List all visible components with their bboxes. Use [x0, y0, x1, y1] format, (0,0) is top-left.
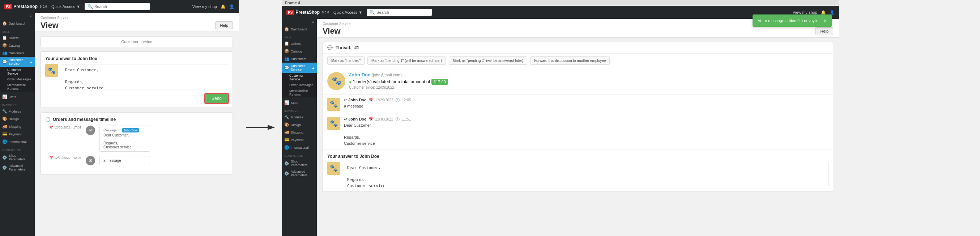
- sidebar-orders-f1[interactable]: 📋 Orders: [0, 34, 35, 41]
- mark-pending2-btn[interactable]: Mark as "pending 2" (will be answered la…: [449, 56, 527, 65]
- sidebar-payment-f2[interactable]: 💳 Payment: [282, 136, 317, 144]
- sidebar-international-f2[interactable]: 🌐 International: [282, 144, 317, 151]
- prestashop-icon: PS: [4, 4, 12, 10]
- sidebar-sub-cs-f2[interactable]: Customer Service: [282, 73, 317, 82]
- sidebar-customer-service-f2[interactable]: 💬 Customer Service ▲: [282, 63, 317, 73]
- sidebar-customers-f1[interactable]: 👥 Customers: [0, 49, 35, 57]
- action-buttons-row: Mark as "handled" Mark as "pending 1" (w…: [323, 54, 833, 68]
- answer-textarea-f2[interactable]: Dear Customer, Regards, Customer service: [344, 162, 829, 187]
- sidebar-catalog-f2[interactable]: 📦 Catalog: [282, 48, 317, 55]
- sidebar-customers-f2[interactable]: 👥 Customers: [282, 55, 317, 63]
- msg-avatar-1: 🐾: [327, 98, 340, 111]
- sidebar-orders-f2[interactable]: 📋 Orders: [282, 40, 317, 48]
- sidebar-sub-order-messages-f1[interactable]: Order Messages: [0, 77, 35, 82]
- mark-pending1-btn[interactable]: Mark as "pending 1" (will be answered la…: [368, 56, 446, 65]
- answer-avatar-f1: 🐾: [45, 64, 58, 77]
- sidebar-payment-f1[interactable]: 💳 Payment: [0, 130, 35, 138]
- improve-section-f1: IMPROVE 🔧 Modules 🎨 Design 🚚 Shipping: [0, 100, 35, 145]
- topbar-brand: PrestaShop: [13, 4, 38, 9]
- quick-access-btn-f2[interactable]: Quick Access ▼: [333, 10, 362, 14]
- msg-time-2: 11:51: [402, 117, 411, 121]
- sidebar-modules-f2[interactable]: 🔧 Modules: [282, 113, 317, 121]
- frame2: Frame 4 PS PrestaShop 8.0.0 Quick Access…: [282, 0, 839, 236]
- sidebar-toggle-f1[interactable]: «: [0, 13, 35, 19]
- order-info: ● 1 order(s) validated for a total amoun…: [349, 79, 829, 85]
- sidebar-sub-merchandise-f1[interactable]: Merchandise Returns: [0, 82, 35, 92]
- timeline-msg-text-1: Dear Customer,Regards,Customer service: [103, 133, 146, 149]
- sidebar-stats-f1[interactable]: 📊 Stats: [0, 93, 35, 100]
- customer-service-panel-f1: Customer service: [40, 36, 233, 47]
- dashboard-label-f2: Dashboard: [291, 27, 307, 31]
- order-check-icon: ●: [349, 80, 352, 84]
- timeline-title-f1: 🕐 Orders and messages timeline: [45, 117, 228, 122]
- topbar-version-f2: 8.0.0: [322, 11, 329, 14]
- view-shop-link-f2[interactable]: View my shop: [793, 10, 817, 14]
- sidebar-design-f2[interactable]: 🎨 Design: [282, 121, 317, 129]
- sidebar-sub-customer-service-f1[interactable]: Customer Service: [0, 67, 35, 77]
- search-input[interactable]: [94, 4, 147, 9]
- sidebar-design-f1[interactable]: 🎨 Design: [0, 115, 35, 123]
- breadcrumb-f1: Customer Service: [40, 16, 233, 20]
- msg-cal-icon-1: 📅: [369, 98, 373, 102]
- sidebar-item-dashboard-f2[interactable]: 🏠 Dashboard: [282, 26, 317, 33]
- msg-clock-icon-1: 🕐: [395, 98, 399, 102]
- search-input-f2[interactable]: [377, 10, 429, 14]
- dashboard-label: Dashboard: [9, 22, 25, 26]
- frame1-inner: « 🏠 Dashboard SELL 📋 Orders 📦 Catalog: [0, 13, 239, 236]
- send-btn-f1[interactable]: Send: [205, 94, 228, 103]
- arrow-section: [239, 0, 282, 236]
- sidebar-customer-service-f1[interactable]: 💬 Customer Service ▲: [0, 57, 35, 67]
- help-btn-f1[interactable]: Help: [215, 21, 233, 29]
- sidebar-modules-f1[interactable]: 🔧 Modules: [0, 107, 35, 115]
- dashboard-icon: 🏠: [2, 21, 7, 26]
- frame1: PS PrestaShop 8.0.0 Quick Access ▼ 🔍 Vie…: [0, 0, 239, 236]
- improve-label-f1: IMPROVE: [0, 102, 35, 107]
- customer-name-link[interactable]: John Doe: [349, 72, 370, 77]
- dashboard-icon-f2: 🏠: [284, 27, 289, 32]
- sidebar-toggle-f2[interactable]: «: [282, 19, 317, 26]
- msg-date-2: 12/30/2022: [375, 117, 393, 121]
- sidebar-shipping-f2[interactable]: 🚚 Shipping: [282, 129, 317, 136]
- answer-textarea-f1[interactable]: Dear Customer, Regards, Customer service: [62, 64, 228, 89]
- sidebar-shop-params-f2[interactable]: ⚙️ Shop Parameters: [282, 158, 317, 168]
- timeline-item-1: 📅 12/30/2022 · 17:51 ✉ Message to: John …: [45, 126, 228, 151]
- topbar-logo-f2: PS PrestaShop 8.0.0: [286, 10, 329, 15]
- sidebar-international-f1[interactable]: 🌐 International: [0, 138, 35, 145]
- mark-handled-btn[interactable]: Mark as "handled": [327, 56, 364, 65]
- help-btn-f2[interactable]: Help: [815, 27, 833, 35]
- sidebar-sub-mr-f2[interactable]: Merchandise Returns: [282, 88, 317, 97]
- toast-close-btn[interactable]: ×: [824, 18, 827, 23]
- answer-box-f1: 🐾 Dear Customer, Regards, Customer servi…: [45, 64, 228, 89]
- quick-access-btn[interactable]: Quick Access ▼: [51, 4, 80, 9]
- timeline-msg-icon-2: ✉: [86, 156, 95, 166]
- user-icon-f2: 👤: [830, 10, 835, 15]
- timeline-date-1: 📅 12/30/2022 · 17:51: [45, 126, 81, 129]
- sidebar-shipping-f1[interactable]: 🚚 Shipping: [0, 123, 35, 130]
- answer-panel-f1: Your answer to John Doe 🐾 Dear Customer,…: [40, 51, 233, 108]
- sidebar-adv-params-f2[interactable]: ⚙️ Advanced Parameters: [282, 168, 317, 179]
- order-amount: €17.90: [431, 79, 448, 85]
- sidebar-shop-params-f1[interactable]: ⚙️ Shop Parameters: [0, 152, 35, 163]
- thread-icon: 💬: [327, 45, 333, 50]
- page-header-f1: Customer Service View Help: [35, 13, 239, 32]
- customer-since: Customer since: 12/09/2022: [349, 85, 829, 89]
- search-box-f2: 🔍: [367, 9, 432, 16]
- sidebar-sub-om-f2[interactable]: Order Messages: [282, 82, 317, 88]
- sidebar-item-dashboard-f1[interactable]: 🏠 Dashboard: [0, 19, 35, 27]
- search-box: 🔍: [84, 3, 150, 10]
- msg-sender-1: ↩ John Doe: [344, 98, 366, 102]
- forward-btn[interactable]: Forward this discussion to another emplo…: [530, 56, 610, 65]
- view-shop-link[interactable]: View my shop: [192, 4, 217, 9]
- cs-label-f1: Customer service: [41, 37, 232, 47]
- msg-avatar-2: 🐾: [327, 117, 340, 130]
- sidebar-catalog-f1[interactable]: 📦 Catalog: [0, 41, 35, 49]
- customer-info-section: 🐾 John Doe (john@mail.com) ● 1 order(s) …: [323, 68, 833, 95]
- timeline-msg-text-2: a message: [103, 159, 146, 163]
- msg-text-2: Dear Customer,Regards,Customer service: [344, 122, 829, 146]
- sidebar-stats-f2[interactable]: 📊 Stats: [282, 99, 317, 107]
- svg-marker-1: [267, 125, 275, 130]
- topbar-frame1: PS PrestaShop 8.0.0 Quick Access ▼ 🔍 Vie…: [0, 0, 239, 13]
- message-item-1: 🐾 ↩ John Doe 📅 12/29/2022 🕐 12:05 a mess…: [323, 95, 833, 114]
- msg-header-1: ↩ John Doe 📅 12/29/2022 🕐 12:05: [344, 98, 829, 102]
- sidebar-adv-params-f1[interactable]: ⚙️ Advanced Parameters: [0, 163, 35, 173]
